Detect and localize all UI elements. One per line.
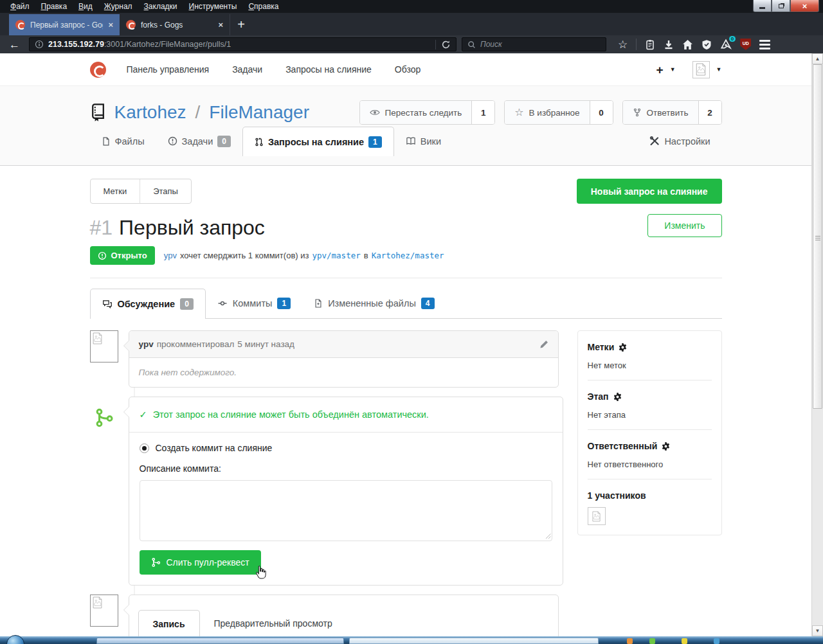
scroll-down-button[interactable]: ▼ (812, 625, 823, 636)
repo-owner-link[interactable]: Kartohez (114, 102, 186, 123)
comment-avatar[interactable] (90, 330, 118, 362)
current-user-avatar[interactable] (90, 595, 118, 627)
restore-button[interactable] (772, 0, 790, 12)
adblock-shield-button[interactable]: UD (740, 39, 751, 50)
gear-icon[interactable] (661, 442, 671, 451)
nav-explore-link[interactable]: Обзор (395, 64, 421, 75)
mouse-cursor (253, 564, 267, 581)
star-button[interactable]: ☆ В избранное (505, 101, 589, 124)
user-menu-caret-icon[interactable]: ▼ (716, 66, 722, 73)
home-icon[interactable] (682, 39, 693, 50)
author-link[interactable]: ypv (164, 251, 177, 260)
nav-issues-link[interactable]: Задачи (232, 64, 262, 75)
broken-image-icon (695, 63, 707, 76)
edit-title-button[interactable]: Изменить (647, 214, 721, 237)
menu-bookmarks[interactable]: Закладки (139, 1, 183, 12)
base-branch-link[interactable]: Kartohez/master (372, 251, 444, 260)
minimize-button[interactable] (753, 0, 772, 12)
gogs-logo-icon[interactable] (90, 62, 106, 78)
unwatch-button[interactable]: Перестать следить (360, 101, 472, 124)
menu-edit[interactable]: Правка (36, 1, 73, 12)
reload-button[interactable] (435, 40, 451, 49)
milestone-heading: Этап (588, 391, 609, 402)
scrollbar-thumb[interactable] (813, 64, 822, 409)
tab-preview[interactable]: Предварительный просмотр (200, 610, 347, 636)
pocket-list-icon[interactable] (645, 39, 655, 50)
proxy-extension-button[interactable]: 0 (720, 39, 732, 50)
tab-write[interactable]: Запись (138, 610, 200, 636)
downloads-icon[interactable] (664, 39, 674, 50)
new-pull-request-button[interactable]: Новый запрос на слияние (577, 179, 722, 204)
tray-icon[interactable] (714, 638, 719, 644)
edit-comment-button[interactable] (539, 340, 548, 349)
tab-commits[interactable]: Коммиты 1 (206, 289, 302, 318)
comment-action: прокомментировал (157, 339, 235, 349)
comment-time[interactable]: 5 минут назад (237, 339, 294, 349)
bookmark-star-button[interactable]: ☆ (618, 39, 628, 50)
tab-conversation[interactable]: Обсуждение 0 (90, 289, 206, 319)
tray-icon[interactable] (649, 638, 655, 644)
broken-image-icon (92, 596, 103, 609)
tab-pulls[interactable]: Запросы на слияние 1 (242, 127, 394, 156)
merge-style-radio[interactable]: Создать коммит на слияние (140, 443, 552, 453)
head-branch-link[interactable]: ypv/master (312, 251, 360, 260)
tab-changed-files[interactable]: Измененные файлы 4 (302, 289, 446, 318)
forks-count[interactable]: 2 (698, 101, 721, 124)
nav-dashboard-link[interactable]: Панель управления (127, 64, 210, 75)
browser-tab-inactive[interactable]: forks - Gogs × (120, 14, 230, 35)
taskbar-window-button[interactable] (96, 638, 344, 644)
tab-wiki[interactable]: Вики (394, 127, 453, 156)
menu-tools[interactable]: Инструменты (184, 1, 242, 12)
new-tab-button[interactable]: + (230, 14, 252, 35)
sidebar-milestone-section: Этап Нет этапа (588, 380, 712, 430)
back-button[interactable]: ← (5, 39, 24, 50)
tab-settings-label: Настройки (664, 136, 710, 147)
tab-issues[interactable]: Задачи 0 (156, 127, 242, 156)
restore-icon (779, 4, 784, 8)
sidebar-labels-section: Метки Нет меток (588, 331, 712, 380)
tab-pulls-label: Запросы на слияние (268, 137, 364, 147)
gear-icon[interactable] (613, 392, 622, 402)
milestones-filter-button[interactable]: Этапы (140, 179, 191, 203)
participant-avatar[interactable] (588, 507, 606, 525)
search-input[interactable]: Поиск (462, 37, 606, 51)
close-window-button[interactable]: × (790, 0, 819, 12)
labels-filter-button[interactable]: Метки (91, 179, 140, 203)
comment-item: ypv прокомментировал 5 минут назад Пока … (90, 330, 559, 388)
repo-name-link[interactable]: FileManager (209, 102, 309, 123)
browser-tab-active[interactable]: Первый запрос - Gogs × (9, 14, 120, 35)
tab-files[interactable]: Файлы (90, 127, 156, 156)
gogs-favicon-icon (15, 20, 25, 30)
tab-settings[interactable]: Настройки (638, 127, 721, 156)
watchers-count[interactable]: 1 (471, 101, 494, 124)
hamburger-menu-button[interactable] (759, 40, 770, 49)
taskbar-window-button[interactable] (349, 638, 599, 644)
create-new-caret-icon[interactable]: ▼ (670, 66, 676, 73)
radio-selected-icon[interactable] (140, 443, 149, 453)
fork-button[interactable]: Ответвить (623, 101, 698, 124)
url-field[interactable]: 213.155.192.79:3001/Kartohez/FileManager… (29, 37, 457, 51)
repo-header: Kartohez / FileManager Перестать следить… (0, 86, 811, 166)
gear-icon[interactable] (618, 343, 628, 352)
create-new-button[interactable]: + (656, 64, 664, 76)
scroll-up-button[interactable]: ▲ (812, 53, 823, 64)
star-button-group: ☆ В избранное 0 (504, 100, 613, 125)
menu-help[interactable]: Справка (243, 1, 284, 12)
nav-pulls-link[interactable]: Запросы на слияние (285, 64, 372, 75)
comment-author-link[interactable]: ypv (139, 339, 154, 349)
menu-file[interactable]: Файл (5, 1, 35, 12)
user-avatar[interactable] (692, 61, 710, 78)
close-tab-icon[interactable]: × (108, 20, 113, 30)
close-tab-icon[interactable]: × (218, 20, 223, 30)
commit-message-textarea[interactable] (140, 480, 552, 541)
privacy-shield-icon[interactable] (701, 39, 712, 50)
tray-icon[interactable] (682, 638, 687, 644)
issue-icon (168, 136, 177, 146)
tray-icon[interactable] (627, 638, 633, 644)
stars-count[interactable]: 0 (590, 101, 613, 124)
merge-pull-request-button[interactable]: Слить пулл-реквест (140, 550, 261, 575)
page-scrollbar[interactable]: ▲ ▼ (811, 53, 823, 636)
menu-history[interactable]: Журнал (99, 1, 138, 12)
menu-view[interactable]: Вид (73, 1, 98, 12)
start-button[interactable] (6, 635, 24, 644)
